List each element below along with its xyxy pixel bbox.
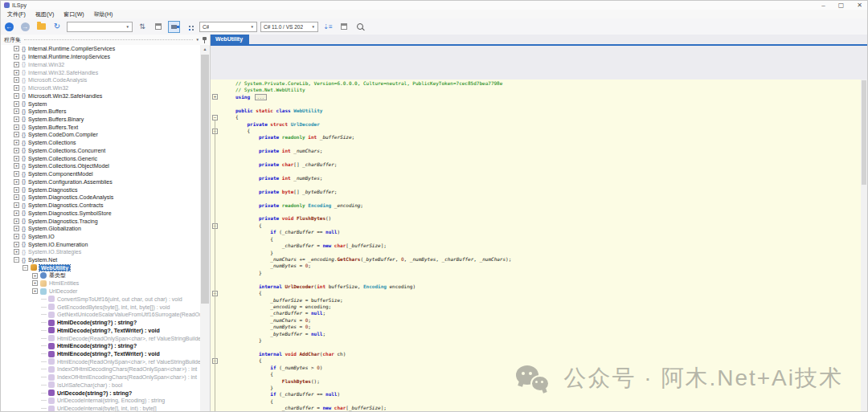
menu-help[interactable]: 帮助(H): [89, 10, 118, 18]
expander-icon[interactable]: +: [14, 54, 19, 59]
tree-item[interactable]: +{}System.Diagnostics: [1, 186, 200, 194]
expander-icon[interactable]: +: [14, 85, 19, 91]
expander-icon[interactable]: +: [14, 140, 19, 145]
expander-icon[interactable]: +: [14, 77, 19, 83]
assembly-sort-button[interactable]: ⇅: [136, 20, 149, 33]
tree-item[interactable]: −{}System.Net: [1, 256, 200, 264]
tree-item[interactable]: +{}System.ComponentModel: [1, 170, 200, 178]
close-button[interactable]: ✕: [857, 2, 862, 10]
tree-item[interactable]: IndexOfHtmlEncodingChars(ReadOnlySpan<ch…: [1, 373, 200, 381]
tree-item[interactable]: −WebUtility: [1, 264, 200, 272]
tree-item[interactable]: +{}System.IO.Enumeration: [1, 240, 200, 248]
search-button[interactable]: [354, 20, 366, 33]
tree-item[interactable]: +{}Internal.Win32: [1, 60, 200, 68]
expander-icon[interactable]: −: [14, 257, 19, 263]
expander-icon[interactable]: +: [14, 93, 19, 99]
expander-icon[interactable]: +: [14, 187, 19, 193]
expander-icon[interactable]: +: [14, 202, 19, 208]
tree-scrollbar-thumb[interactable]: [201, 55, 209, 304]
tree-item[interactable]: +{}System.Buffers.Text: [1, 123, 200, 131]
window-button[interactable]: [338, 20, 350, 33]
tree-item[interactable]: IndexOfHtmlDecodingChars(ReadOnlySpan<ch…: [1, 365, 200, 373]
tree-item[interactable]: +{}Microsoft.Win32.SafeHandles: [1, 92, 200, 100]
tree-item[interactable]: HtmlDecode(ReadOnlySpan<char>, ref Value…: [1, 334, 200, 342]
expander-icon[interactable]: +: [14, 62, 19, 67]
fold-expand-icon[interactable]: +: [212, 94, 218, 100]
minimize-button[interactable]: –: [821, 2, 825, 10]
tree-item[interactable]: GetEncodedBytes(byte[], int, int, byte[]…: [1, 303, 200, 311]
expander-icon[interactable]: +: [32, 280, 38, 286]
tree-item[interactable]: GetNextUnicodeScalarValueFromUtf16Surrog…: [1, 311, 200, 319]
expander-icon[interactable]: +: [14, 171, 19, 177]
expander-icon[interactable]: +: [14, 234, 19, 239]
tree-item[interactable]: +UrlDecoder: [1, 288, 200, 296]
expander-icon[interactable]: +: [14, 179, 19, 185]
tree-item[interactable]: +{}System.Collections.ObjectModel: [1, 162, 200, 170]
tree-item[interactable]: +{}System.IO.Strategies: [1, 248, 200, 256]
tree-item[interactable]: HtmlDecode(string?) : string?: [1, 319, 200, 327]
tree-item[interactable]: UrlDecode(string?) : string?: [1, 389, 200, 397]
expander-icon[interactable]: +: [14, 194, 19, 200]
tree-item[interactable]: +{}System.Configuration.Assemblies: [1, 177, 200, 186]
tree-item[interactable]: +{}System.CodeDom.Compiler: [1, 131, 200, 139]
expander-icon[interactable]: +: [14, 101, 19, 107]
windows-button[interactable]: [152, 20, 165, 33]
tree-item[interactable]: +{}System.Collections.Concurrent: [1, 147, 200, 155]
scroll-up-icon[interactable]: ▲: [200, 45, 210, 53]
editor-scrollbar-thumb[interactable]: [862, 80, 866, 185]
code-view[interactable]: +−−−−− // System.Private.CoreLib, Versio…: [211, 80, 861, 411]
tree-item[interactable]: +{}System.Collections: [1, 139, 200, 147]
forward-button[interactable]: →: [18, 20, 31, 33]
tree-item[interactable]: +{}System.Diagnostics.SymbolStore: [1, 209, 200, 217]
tree-item[interactable]: +{}System.IO: [1, 233, 200, 241]
expander-icon[interactable]: +: [32, 288, 38, 294]
expander-icon[interactable]: +: [14, 242, 19, 247]
fold-collapse-icon[interactable]: −: [212, 115, 218, 120]
expander-icon[interactable]: +: [32, 273, 38, 279]
expander-icon[interactable]: +: [14, 70, 19, 75]
tree-item[interactable]: +{}System.Buffers.Binary: [1, 116, 200, 124]
open-file-button[interactable]: [35, 20, 47, 33]
navigate-combobox[interactable]: ▼: [67, 22, 133, 32]
sort-button[interactable]: ⇣≡: [321, 20, 334, 33]
tree-item[interactable]: UrlDecodeInternal(string, Encoding) : st…: [1, 397, 200, 405]
tree-item[interactable]: HtmlEncode(ReadOnlySpan<char>, ref Value…: [1, 357, 200, 365]
tree-item[interactable]: +基类型: [1, 271, 200, 279]
tree-item[interactable]: +{}System.Diagnostics.CodeAnalysis: [1, 194, 200, 202]
menu-view[interactable]: 视图(V): [31, 10, 59, 18]
expander-icon[interactable]: +: [14, 163, 19, 169]
editor-scrollbar[interactable]: [861, 80, 867, 411]
language-version-select[interactable]: C# 11.0 / VS 202 ▼: [260, 22, 318, 32]
expander-icon[interactable]: +: [14, 249, 19, 255]
tree-item[interactable]: +{}Internal.Runtime.CompilerServices: [1, 45, 200, 53]
panel-menu-icon[interactable]: ▼: [196, 38, 199, 42]
expander-icon[interactable]: −: [23, 265, 28, 271]
expander-icon[interactable]: +: [14, 156, 19, 161]
tree-item[interactable]: +{}System: [1, 100, 200, 108]
tree-item[interactable]: +{}Internal.Runtime.InteropServices: [1, 53, 200, 61]
expander-icon[interactable]: +: [14, 124, 19, 130]
expander-icon[interactable]: +: [14, 108, 19, 114]
tree-item[interactable]: +{}Microsoft.Win32: [1, 84, 200, 92]
back-button[interactable]: ←: [2, 20, 15, 33]
tree-item[interactable]: +{}Internal.Win32.SafeHandles: [1, 68, 200, 76]
expander-icon[interactable]: +: [14, 218, 19, 224]
tree-item[interactable]: +{}System.Globalization: [1, 225, 200, 233]
expander-icon[interactable]: +: [14, 226, 19, 231]
tree-item[interactable]: +{}System.Buffers: [1, 108, 200, 116]
tree-item[interactable]: +HtmlEntities: [1, 279, 200, 288]
tree-item[interactable]: ConvertSmpToUtf16(uint, out char, out ch…: [1, 296, 200, 304]
tree-item[interactable]: UrlDecodeInternal(byte[], int, int) : by…: [1, 405, 200, 411]
menu-file[interactable]: 文件(F): [2, 10, 31, 18]
tree-item[interactable]: HtmlEncode(string?, TextWriter) : void: [1, 350, 200, 358]
refresh-button[interactable]: ↻: [51, 20, 63, 33]
tree-item[interactable]: +{}System.Collections.Generic: [1, 154, 200, 162]
tree-item[interactable]: HtmlEncode(string?) : string?: [1, 342, 200, 350]
tab-webutility[interactable]: WebUtility: [211, 35, 249, 44]
expander-icon[interactable]: +: [14, 210, 19, 216]
members-button[interactable]: [183, 20, 196, 33]
tree-item[interactable]: +{}System.Diagnostics.Contracts: [1, 202, 200, 210]
expander-icon[interactable]: +: [14, 148, 19, 153]
expander-icon[interactable]: +: [14, 116, 19, 122]
maximize-button[interactable]: ▢: [838, 2, 845, 10]
